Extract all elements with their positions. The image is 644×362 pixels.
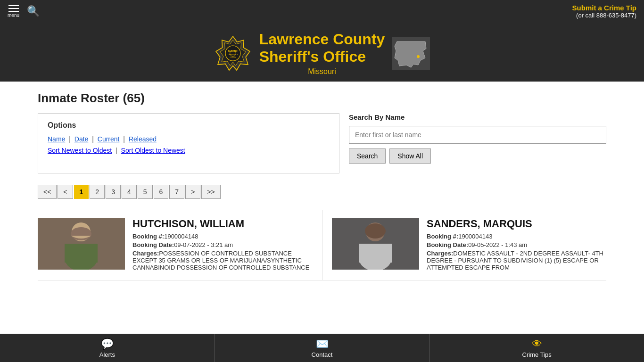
missouri-map-icon — [392, 37, 430, 70]
show-all-button[interactable]: Show All — [389, 148, 431, 164]
pagination-last[interactable]: >> — [201, 185, 220, 199]
logo-text: Lawrence County Sheriff's Office Missour… — [259, 30, 385, 76]
page-title: Inmate Roster (65) — [38, 91, 606, 106]
main-content: Inmate Roster (65) Options Name | Date |… — [0, 82, 644, 290]
sort-by-released-link[interactable]: Released — [129, 135, 157, 143]
search-by-name-label: Search By Name — [349, 113, 606, 121]
inmate-photo — [332, 218, 419, 270]
svg-text:COUNTY: COUNTY — [230, 56, 236, 58]
search-button[interactable]: Search — [349, 148, 386, 164]
pagination-first[interactable]: << — [38, 185, 57, 199]
inmate-photo — [38, 218, 125, 270]
pagination-page-7[interactable]: 7 — [169, 185, 184, 199]
svg-point-19 — [365, 223, 386, 239]
sheriff-badge-icon: SHERIFF LAWRENCE COUNTY — [214, 34, 252, 72]
sort-by-name-link[interactable]: Name — [48, 135, 65, 143]
inmate-card: HUTCHISON, WILLIAM Booking #:1900004148 … — [38, 210, 322, 280]
pagination-page-2[interactable]: 2 — [90, 185, 105, 199]
pagination-page-5[interactable]: 5 — [138, 185, 153, 199]
hamburger-icon — [8, 5, 19, 12]
inmate-booking-date: Booking Date:09-05-2022 - 1:43 am — [427, 241, 606, 248]
inmate-booking-number: Booking #:1900004143 — [427, 233, 606, 240]
logo-state: Missouri — [259, 67, 385, 76]
inmate-photo-hutchison — [38, 218, 125, 270]
crime-tip-phone: (or call 888-635-8477) — [572, 12, 636, 19]
inmate-name: HUTCHISON, WILLIAM — [132, 218, 313, 230]
inmate-info: HUTCHISON, WILLIAM Booking #:1900004148 … — [132, 218, 313, 272]
pagination-prev[interactable]: < — [58, 185, 73, 199]
inmate-charges: Charges:DOMESTIC ASSAULT - 2ND DEGREE AS… — [427, 250, 606, 271]
sort-order-links: Sort Newest to Oldest | Sort Oldest to N… — [48, 147, 330, 154]
svg-rect-13 — [65, 244, 98, 263]
pagination-page-4[interactable]: 4 — [122, 185, 137, 199]
options-box: Options Name | Date | Current | Released… — [38, 113, 339, 173]
pagination-next[interactable]: > — [185, 185, 200, 199]
search-icon[interactable]: 🔍 — [27, 5, 40, 17]
top-bar: menu 🔍 Submit a Crime Tip (or call 888-6… — [0, 0, 644, 23]
inmate-photo-sanders — [332, 218, 419, 270]
sort-by-current-link[interactable]: Current — [98, 135, 120, 143]
svg-rect-18 — [359, 244, 392, 263]
inmate-charges: Charges:POSSESSION OF CONTROLLED SUBSTAN… — [132, 250, 313, 271]
pagination-page-1[interactable]: 1 — [74, 185, 89, 199]
search-input[interactable] — [349, 126, 606, 144]
options-title: Options — [48, 121, 330, 130]
logo-title-line1: Lawrence County — [259, 30, 385, 48]
search-box: Search By Name Search Show All — [349, 113, 606, 173]
menu-button[interactable]: menu — [8, 5, 19, 18]
pagination: << < 1 2 3 4 5 6 7 > >> — [38, 185, 606, 199]
inmate-info: SANDERS, MARQUIS Booking #:1900004143 Bo… — [427, 218, 606, 272]
sort-by-date-link[interactable]: Date — [74, 135, 89, 143]
menu-label: menu — [8, 13, 19, 18]
sort-oldest-link[interactable]: Sort Oldest to Newest — [121, 147, 185, 154]
top-bar-right: Submit a Crime Tip (or call 888-635-8477… — [572, 4, 636, 19]
sort-newest-link[interactable]: Sort Newest to Oldest — [48, 147, 112, 154]
search-buttons: Search Show All — [349, 148, 606, 164]
inmate-booking-date: Booking Date:09-07-2022 - 3:21 am — [132, 241, 313, 248]
pagination-page-6[interactable]: 6 — [154, 185, 169, 199]
svg-point-9 — [417, 55, 420, 58]
inmate-name: SANDERS, MARQUIS — [427, 218, 606, 230]
top-bar-left: menu 🔍 — [8, 5, 40, 18]
svg-text:LAWRENCE: LAWRENCE — [227, 53, 238, 56]
inmate-grid: HUTCHISON, WILLIAM Booking #:1900004148 … — [38, 210, 606, 280]
pagination-page-3[interactable]: 3 — [106, 185, 121, 199]
logo-title-line2: Sheriff's Office — [259, 48, 385, 66]
inmate-booking-number: Booking #:1900004148 — [132, 233, 313, 240]
inmate-card: SANDERS, MARQUIS Booking #:1900004143 Bo… — [322, 210, 606, 280]
options-search-row: Options Name | Date | Current | Released… — [38, 113, 606, 173]
crime-tip-link[interactable]: Submit a Crime Tip — [572, 4, 636, 12]
sort-by-links: Name | Date | Current | Released — [48, 135, 330, 143]
logo-area: SHERIFF LAWRENCE COUNTY Lawrence County … — [0, 23, 644, 82]
